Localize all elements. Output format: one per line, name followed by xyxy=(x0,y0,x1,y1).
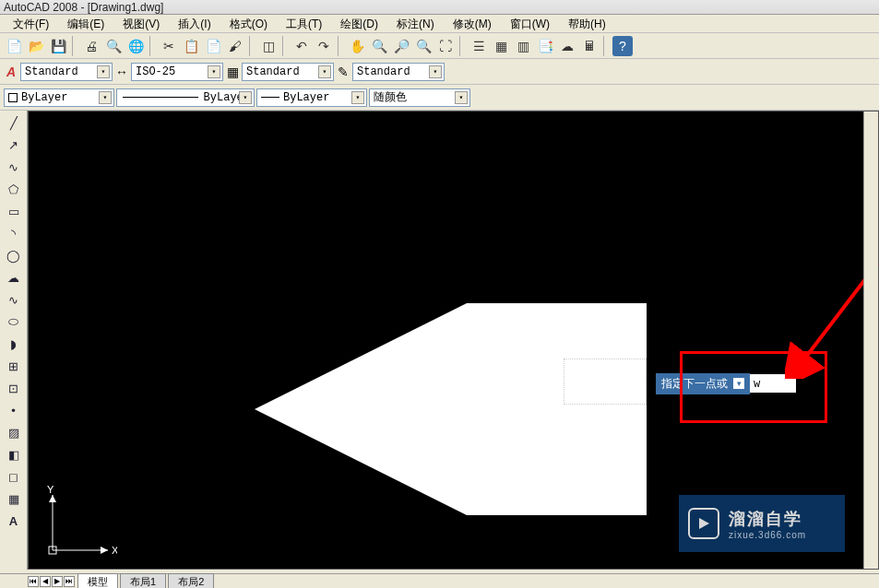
menu-tools[interactable]: 工具(T) xyxy=(277,15,331,32)
tab-first-button[interactable]: ⏮ xyxy=(28,576,39,587)
tab-layout1[interactable]: 布局1 xyxy=(120,573,166,589)
point-button[interactable]: • xyxy=(4,400,24,420)
drawing-area[interactable]: 指定下一点或 ▾ X Y xyxy=(28,111,879,570)
vertical-scrollbar[interactable] xyxy=(863,112,878,569)
dim-style-icon: ↔ xyxy=(114,65,129,79)
xline-button[interactable]: ↗ xyxy=(4,135,24,155)
publish-button[interactable]: 🌐 xyxy=(125,36,146,56)
help-button[interactable]: ? xyxy=(612,36,633,56)
menu-edit[interactable]: 编辑(E) xyxy=(58,15,113,32)
menu-insert[interactable]: 插入(I) xyxy=(169,15,220,32)
dim-style-value: ISO-25 xyxy=(136,65,175,78)
dynamic-input-field[interactable] xyxy=(750,374,796,393)
properties-button[interactable]: ☰ xyxy=(469,36,489,56)
color-value: ByLayer xyxy=(21,91,67,104)
zoom-window-button[interactable]: 🔎 xyxy=(391,36,411,56)
separator xyxy=(338,36,343,56)
dynamic-prompt-text: 指定下一点或 xyxy=(661,376,728,392)
revcloud-button[interactable]: ☁ xyxy=(4,267,24,288)
menu-dim[interactable]: 标注(N) xyxy=(387,15,444,32)
tab-prev-button[interactable]: ◀ xyxy=(40,576,51,587)
ucs-icon: X Y xyxy=(43,486,117,559)
separator xyxy=(282,36,288,56)
insert-block-button[interactable]: ⊞ xyxy=(4,356,24,376)
pline-button[interactable]: ∿ xyxy=(4,157,24,177)
circle-button[interactable]: ◯ xyxy=(4,245,24,265)
mleader-style-combo[interactable]: Standard ▾ xyxy=(352,63,445,81)
zoom-rt-button[interactable]: 🔍 xyxy=(369,36,389,56)
dc-button[interactable]: ▦ xyxy=(491,36,511,56)
chevron-down-icon: ▾ xyxy=(97,65,110,78)
separator xyxy=(249,36,255,56)
text-style-combo[interactable]: Standard ▾ xyxy=(20,63,113,81)
copy-button[interactable]: 📋 xyxy=(181,36,201,56)
svg-text:X: X xyxy=(112,545,117,556)
open-button[interactable]: 📂 xyxy=(26,36,46,56)
region-button[interactable]: ◻ xyxy=(4,466,24,487)
cut-button[interactable]: ✂ xyxy=(159,36,179,56)
menu-modify[interactable]: 修改(M) xyxy=(444,15,501,32)
hatch-button[interactable]: ▨ xyxy=(4,422,24,442)
separator xyxy=(603,36,609,56)
standard-toolbar: 📄 📂 💾 🖨 🔍 🌐 ✂ 📋 📄 🖌 ◫ ↶ ↷ ✋ 🔍 🔎 🔍 ⛶ ☰ ▦ … xyxy=(0,33,879,59)
zoom-prev-button[interactable]: 🔍 xyxy=(413,36,434,56)
match-button[interactable]: 🖌 xyxy=(225,36,245,56)
menu-file[interactable]: 文件(F) xyxy=(4,15,58,32)
watermark-url: zixue.3d66.com xyxy=(729,530,806,540)
make-block-button[interactable]: ⊡ xyxy=(4,378,24,398)
tab-last-button[interactable]: ⏭ xyxy=(64,576,75,587)
svg-marker-10 xyxy=(699,518,709,529)
markup-button[interactable]: ☁ xyxy=(557,36,577,56)
arc-button[interactable]: ◝ xyxy=(4,223,24,243)
print-button[interactable]: 🖨 xyxy=(81,36,101,56)
tool-palette-button[interactable]: ▥ xyxy=(513,36,533,56)
table-button[interactable]: ▦ xyxy=(4,488,24,509)
ellipse-arc-button[interactable]: ◗ xyxy=(4,334,24,354)
save-button[interactable]: 💾 xyxy=(48,36,68,56)
lineweight-combo[interactable]: ByLayer ▾ xyxy=(256,88,367,107)
preview-button[interactable]: 🔍 xyxy=(103,36,124,56)
chevron-down-icon: ▾ xyxy=(99,91,112,104)
zoom-ext-button[interactable]: ⛶ xyxy=(435,36,456,56)
rectangle-button[interactable]: ▭ xyxy=(4,201,24,221)
tab-next-button[interactable]: ▶ xyxy=(52,576,63,587)
plot-style-combo[interactable]: 随颜色 ▾ xyxy=(369,88,470,107)
table-style-combo[interactable]: Standard ▾ xyxy=(242,63,334,81)
line-button[interactable]: ╱ xyxy=(4,112,24,133)
chevron-down-icon: ▾ xyxy=(455,91,468,104)
menu-view[interactable]: 视图(V) xyxy=(113,15,169,32)
gradient-button[interactable]: ◧ xyxy=(4,444,24,465)
pan-button[interactable]: ✋ xyxy=(347,36,367,56)
block-button[interactable]: ◫ xyxy=(258,36,279,56)
menu-help[interactable]: 帮助(H) xyxy=(559,15,615,32)
lineweight-preview-icon xyxy=(261,97,279,98)
svg-marker-6 xyxy=(49,495,56,502)
polygon-button[interactable]: ⬠ xyxy=(4,179,24,199)
undo-button[interactable]: ↶ xyxy=(291,36,312,56)
tab-model[interactable]: 模型 xyxy=(77,573,118,589)
color-swatch-icon xyxy=(8,93,18,102)
separator xyxy=(459,36,465,56)
sheet-set-button[interactable]: 📑 xyxy=(535,36,555,56)
dim-style-combo[interactable]: ISO-25 ▾ xyxy=(131,63,223,81)
redo-button[interactable]: ↷ xyxy=(314,36,334,56)
paste-button[interactable]: 📄 xyxy=(203,36,223,56)
plot-style-value: 随颜色 xyxy=(374,89,407,105)
dynamic-prompt-label: 指定下一点或 ▾ xyxy=(656,373,750,394)
text-style-value: Standard xyxy=(25,65,78,78)
tab-layout2[interactable]: 布局2 xyxy=(168,573,214,589)
linetype-combo[interactable]: ByLayer ▾ xyxy=(116,88,255,107)
menu-format[interactable]: 格式(O) xyxy=(220,15,277,32)
chevron-down-icon: ▾ xyxy=(429,65,442,78)
spline-button[interactable]: ∿ xyxy=(4,289,24,310)
menu-window[interactable]: 窗口(W) xyxy=(501,15,559,32)
mleader-style-icon: ✎ xyxy=(336,65,350,79)
lineweight-value: ByLayer xyxy=(283,91,329,104)
menu-draw[interactable]: 绘图(D) xyxy=(331,15,387,32)
calc-button[interactable]: 🖩 xyxy=(579,36,600,56)
color-combo[interactable]: ByLayer ▾ xyxy=(4,88,114,107)
mtext-button[interactable]: A xyxy=(4,511,24,531)
down-arrow-icon: ▾ xyxy=(733,378,744,389)
ellipse-button[interactable]: ⬭ xyxy=(4,312,24,332)
new-button[interactable]: 📄 xyxy=(4,36,24,56)
